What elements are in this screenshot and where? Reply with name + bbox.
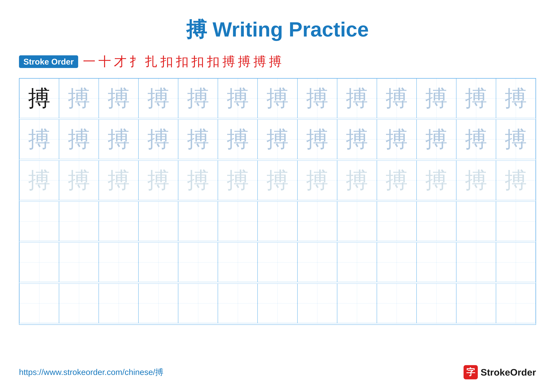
cell-r2c8[interactable]: 搏 bbox=[297, 119, 337, 159]
stroke-7: 扣 bbox=[176, 53, 189, 70]
cell-r2c9[interactable]: 搏 bbox=[337, 119, 377, 159]
footer: https://www.strokeorder.com/chinese/搏 字 … bbox=[19, 365, 536, 379]
cell-r2c5[interactable]: 搏 bbox=[178, 119, 218, 159]
cell-r5c6[interactable] bbox=[218, 242, 258, 282]
cell-r6c11[interactable] bbox=[416, 284, 456, 323]
cell-r2c1[interactable]: 搏 bbox=[19, 119, 59, 159]
cell-r5c13[interactable] bbox=[496, 242, 536, 282]
cell-r3c2[interactable]: 搏 bbox=[59, 161, 99, 200]
cell-r2c4[interactable]: 搏 bbox=[139, 119, 178, 159]
cell-r4c6[interactable] bbox=[218, 201, 258, 241]
stroke-13: 搏 bbox=[269, 53, 282, 70]
cell-r6c8[interactable] bbox=[297, 284, 337, 323]
cell-r1c9[interactable]: 搏 bbox=[337, 78, 377, 118]
stroke-2: 十 bbox=[98, 53, 111, 70]
cell-r2c3[interactable]: 搏 bbox=[99, 119, 139, 159]
stroke-order-row: Stroke Order 一 十 才 扌 扎 扣 扣 扣 扣 搏 搏 搏 搏 bbox=[19, 53, 536, 70]
cell-r1c2[interactable]: 搏 bbox=[59, 78, 99, 118]
cell-r4c9[interactable] bbox=[337, 201, 377, 241]
cell-r3c7[interactable]: 搏 bbox=[258, 161, 297, 200]
cell-r1c10[interactable]: 搏 bbox=[377, 78, 416, 118]
cell-r3c8[interactable]: 搏 bbox=[297, 161, 337, 200]
strokeorder-logo-icon: 字 bbox=[464, 365, 478, 379]
cell-r2c7[interactable]: 搏 bbox=[258, 119, 297, 159]
cell-r3c11[interactable]: 搏 bbox=[416, 161, 456, 200]
stroke-5: 扎 bbox=[145, 53, 158, 70]
cell-r4c10[interactable] bbox=[377, 201, 416, 241]
cell-r4c8[interactable] bbox=[297, 201, 337, 241]
cell-r3c13[interactable]: 搏 bbox=[496, 161, 536, 200]
cell-r4c5[interactable] bbox=[178, 201, 218, 241]
cell-r5c1[interactable] bbox=[19, 242, 59, 282]
stroke-order-badge: Stroke Order bbox=[19, 55, 78, 68]
title-area: 搏 Writing Practice bbox=[19, 16, 536, 44]
stroke-8: 扣 bbox=[191, 53, 204, 70]
stroke-sequence: 一 十 才 扌 扎 扣 扣 扣 扣 搏 搏 搏 搏 bbox=[83, 53, 282, 70]
cell-r3c4[interactable]: 搏 bbox=[139, 161, 178, 200]
cell-r5c11[interactable] bbox=[416, 242, 456, 282]
cell-r1c12[interactable]: 搏 bbox=[456, 78, 496, 118]
cell-r1c8[interactable]: 搏 bbox=[297, 78, 337, 118]
cell-r2c13[interactable]: 搏 bbox=[496, 119, 536, 159]
cell-r6c1[interactable] bbox=[19, 284, 59, 323]
cell-r1c11[interactable]: 搏 bbox=[416, 78, 456, 118]
cell-r1c3[interactable]: 搏 bbox=[99, 78, 139, 118]
cell-r4c13[interactable] bbox=[496, 201, 536, 241]
cell-r5c8[interactable] bbox=[297, 242, 337, 282]
cell-r4c11[interactable] bbox=[416, 201, 456, 241]
cell-r3c5[interactable]: 搏 bbox=[178, 161, 218, 200]
cell-r1c5[interactable]: 搏 bbox=[178, 78, 218, 118]
stroke-10: 搏 bbox=[222, 53, 235, 70]
cell-r4c4[interactable] bbox=[139, 201, 178, 241]
page: 搏 Writing Practice Stroke Order 一 十 才 扌 … bbox=[0, 0, 555, 392]
cell-r6c4[interactable] bbox=[139, 284, 178, 323]
cell-r6c13[interactable] bbox=[496, 284, 536, 323]
cell-r2c6[interactable]: 搏 bbox=[218, 119, 258, 159]
cell-r6c7[interactable] bbox=[258, 284, 297, 323]
cell-r1c13[interactable]: 搏 bbox=[496, 78, 536, 118]
page-title: 搏 Writing Practice bbox=[186, 18, 369, 41]
cell-r3c3[interactable]: 搏 bbox=[99, 161, 139, 200]
cell-r3c1[interactable]: 搏 bbox=[19, 161, 59, 200]
cell-r6c5[interactable] bbox=[178, 284, 218, 323]
cell-r3c6[interactable]: 搏 bbox=[218, 161, 258, 200]
cell-r3c12[interactable]: 搏 bbox=[456, 161, 496, 200]
cell-r2c2[interactable]: 搏 bbox=[59, 119, 99, 159]
stroke-1: 一 bbox=[83, 53, 95, 70]
cell-r6c3[interactable] bbox=[99, 284, 139, 323]
cell-r5c3[interactable] bbox=[99, 242, 139, 282]
cell-r1c7[interactable]: 搏 bbox=[258, 78, 297, 118]
cell-r2c10[interactable]: 搏 bbox=[377, 119, 416, 159]
cell-r5c12[interactable] bbox=[456, 242, 496, 282]
cell-r2c12[interactable]: 搏 bbox=[456, 119, 496, 159]
cell-r4c12[interactable] bbox=[456, 201, 496, 241]
footer-url[interactable]: https://www.strokeorder.com/chinese/搏 bbox=[19, 367, 163, 378]
cell-r1c1[interactable]: 搏 bbox=[19, 78, 59, 118]
cell-r3c9[interactable]: 搏 bbox=[337, 161, 377, 200]
footer-logo-text: StrokeOrder bbox=[481, 367, 536, 378]
cell-r5c5[interactable] bbox=[178, 242, 218, 282]
cell-r5c2[interactable] bbox=[59, 242, 99, 282]
cell-r5c10[interactable] bbox=[377, 242, 416, 282]
stroke-3: 才 bbox=[114, 53, 127, 70]
cell-r5c7[interactable] bbox=[258, 242, 297, 282]
footer-logo: 字 StrokeOrder bbox=[464, 365, 536, 379]
cell-r4c7[interactable] bbox=[258, 201, 297, 241]
practice-grid: 搏 搏 搏 搏 搏 搏 搏 搏 搏 搏 搏 搏 搏 搏 搏 搏 搏 搏 搏 搏 … bbox=[19, 78, 536, 325]
cell-r3c10[interactable]: 搏 bbox=[377, 161, 416, 200]
cell-r1c6[interactable]: 搏 bbox=[218, 78, 258, 118]
cell-r2c11[interactable]: 搏 bbox=[416, 119, 456, 159]
cell-r6c9[interactable] bbox=[337, 284, 377, 323]
cell-r1c4[interactable]: 搏 bbox=[139, 78, 178, 118]
stroke-11: 搏 bbox=[238, 53, 251, 70]
cell-r5c4[interactable] bbox=[139, 242, 178, 282]
cell-r5c9[interactable] bbox=[337, 242, 377, 282]
cell-r4c3[interactable] bbox=[99, 201, 139, 241]
cell-r4c2[interactable] bbox=[59, 201, 99, 241]
cell-r6c2[interactable] bbox=[59, 284, 99, 323]
stroke-9: 扣 bbox=[207, 53, 219, 70]
cell-r6c12[interactable] bbox=[456, 284, 496, 323]
cell-r6c6[interactable] bbox=[218, 284, 258, 323]
cell-r6c10[interactable] bbox=[377, 284, 416, 323]
cell-r4c1[interactable] bbox=[19, 201, 59, 241]
